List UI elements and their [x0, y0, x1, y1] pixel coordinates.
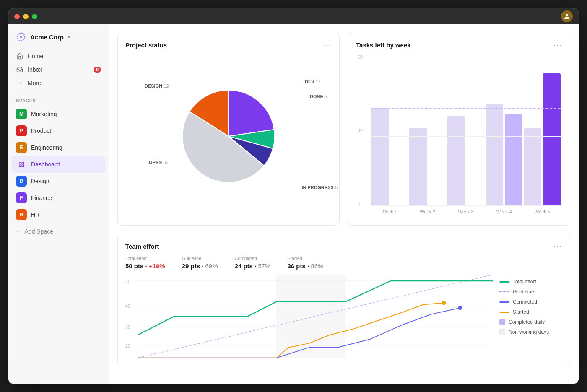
- stat-guideline-sub: 69%: [205, 262, 218, 270]
- bar-group-week4: [486, 63, 522, 206]
- engineering-icon: E: [16, 142, 27, 153]
- sidebar-item-marketing[interactable]: M Marketing: [12, 106, 105, 122]
- sidebar-item-engineering-label: Engineering: [31, 144, 62, 151]
- app-body: Acme Corp ▾ Home Inbox 9: [8, 24, 579, 384]
- stat-guideline: Guideline 29 pts · 69%: [182, 256, 218, 270]
- tasks-more-button[interactable]: ···: [553, 41, 562, 49]
- dashboard-icon: [16, 159, 27, 170]
- svg-point-22: [442, 301, 446, 305]
- plus-icon: +: [16, 228, 21, 235]
- sidebar-brand[interactable]: Acme Corp ▾: [8, 24, 109, 46]
- legend-completed-daily-label: Completed daily: [509, 319, 545, 325]
- main-content: Project status ···: [109, 24, 579, 384]
- bar2-week4: [505, 114, 522, 206]
- week3-label: Week 3: [447, 209, 484, 214]
- bar-group-week2: [409, 63, 446, 206]
- legend-total-effort-line: [499, 281, 509, 283]
- line-chart-svg: 50 40 30 20: [125, 275, 493, 358]
- bar-group-week1: [371, 63, 408, 206]
- sidebar-item-finance-label: Finance: [31, 195, 52, 201]
- project-status-header: Project status ···: [125, 41, 332, 49]
- sidebar-item-design[interactable]: D Design: [12, 173, 105, 190]
- sidebar-item-home[interactable]: Home: [12, 49, 105, 63]
- sidebar: Acme Corp ▾ Home Inbox 9: [8, 24, 109, 384]
- pie-chart-svg: [174, 82, 283, 191]
- sidebar-item-more[interactable]: More: [12, 76, 105, 90]
- svg-text:40: 40: [125, 304, 130, 309]
- close-button[interactable]: [14, 14, 20, 19]
- team-effort-card: Team effort ··· Total effort 50 pts · +1…: [117, 234, 570, 366]
- add-space-button[interactable]: + Add Space: [12, 225, 105, 238]
- sidebar-item-product[interactable]: P Product: [12, 122, 105, 139]
- sidebar-item-inbox-label: Inbox: [28, 66, 42, 73]
- design-icon: D: [16, 176, 27, 187]
- stat-guideline-label: Guideline: [182, 256, 218, 261]
- bar1-week5: [524, 128, 542, 206]
- y-label-30: 30: [358, 128, 368, 133]
- week-labels: Week 1 Week 2 Week 3 Week 4 Week 5: [371, 206, 561, 218]
- inbox-icon: [16, 66, 23, 73]
- sidebar-item-inbox[interactable]: Inbox 9: [12, 63, 105, 76]
- project-status-card: Project status ···: [117, 33, 340, 226]
- project-status-more-button[interactable]: ···: [323, 41, 332, 49]
- legend-total-effort: Total effort: [499, 279, 562, 285]
- sidebar-nav: Home Inbox 9 More: [8, 46, 109, 93]
- legend-started: Started: [499, 309, 562, 315]
- pie-chart-container: DEV 17 DONE 5 IN PROGRESS 5 OPEN 36: [125, 55, 332, 218]
- sidebar-item-dashboard[interactable]: Dashboard: [12, 156, 105, 173]
- minimize-button[interactable]: [23, 14, 29, 19]
- bar2-week5: [543, 73, 561, 206]
- grid-top: [371, 55, 561, 55]
- week1-label: Week 1: [371, 209, 408, 214]
- brand-icon: [15, 31, 27, 43]
- week5-label: Week 5: [524, 209, 561, 214]
- legend-non-working: Non-working days: [499, 329, 562, 335]
- legend-completed-line: [499, 301, 509, 303]
- app-window: Acme Corp ▾ Home Inbox 9: [8, 8, 579, 384]
- bar-groups: [371, 55, 561, 206]
- sidebar-item-engineering[interactable]: E Engineering: [12, 139, 105, 156]
- legend-completed: Completed: [499, 299, 562, 305]
- user-avatar[interactable]: [561, 10, 573, 22]
- sidebar-item-hr-label: HR: [31, 211, 39, 218]
- open-label: OPEN 36: [149, 158, 168, 166]
- chevron-down-icon: ▾: [68, 35, 70, 39]
- svg-rect-8: [19, 165, 21, 166]
- legend-non-working-label: Non-working days: [509, 329, 549, 335]
- stat-completed-value: 24 pts · 57%: [235, 262, 271, 270]
- legend-started-line: [499, 312, 509, 313]
- y-label-60: 60: [358, 55, 368, 60]
- legend-completed-label: Completed: [513, 299, 537, 305]
- legend-completed-daily: Completed daily: [499, 319, 562, 325]
- svg-rect-6: [19, 162, 21, 164]
- sidebar-item-more-label: More: [28, 80, 41, 86]
- week4-label: Week 4: [486, 209, 522, 214]
- stat-completed-label: Completed: [235, 256, 271, 261]
- marketing-icon: M: [16, 109, 27, 119]
- legend-started-label: Started: [513, 309, 529, 315]
- bar-chart-inner: Week 1 Week 2 Week 3 Week 4 Week 5: [371, 55, 561, 218]
- bar-group-week3: [447, 63, 484, 206]
- sidebar-item-finance[interactable]: F Finance: [12, 190, 105, 206]
- sidebar-item-hr[interactable]: H HR: [12, 206, 105, 223]
- finance-icon: F: [16, 192, 27, 203]
- effort-stats: Total effort 50 pts · +19% Guideline 29 …: [125, 256, 562, 270]
- stat-total-effort: Total effort 50 pts · +19%: [125, 256, 165, 270]
- svg-point-0: [566, 14, 568, 16]
- bar1-week2: [409, 128, 427, 206]
- traffic-lights: [14, 14, 37, 19]
- dev-label: DEV 17: [305, 78, 321, 85]
- svg-point-4: [21, 83, 22, 83]
- team-effort-more-button[interactable]: ···: [553, 242, 562, 251]
- stat-started-label: Started: [287, 256, 323, 261]
- team-effort-header: Team effort ···: [125, 242, 562, 251]
- stat-started-value: 36 pts · 86%: [287, 262, 323, 270]
- stat-guideline-value: 29 pts · 69%: [182, 262, 218, 270]
- add-space-label: Add Space: [25, 228, 54, 235]
- bar1-week4: [486, 104, 504, 206]
- brand-name: Acme Corp: [30, 34, 64, 41]
- svg-point-21: [458, 306, 462, 310]
- stat-completed-sub: 57%: [258, 262, 270, 270]
- tasks-header: Tasks left by week ···: [356, 41, 562, 49]
- maximize-button[interactable]: [32, 14, 37, 19]
